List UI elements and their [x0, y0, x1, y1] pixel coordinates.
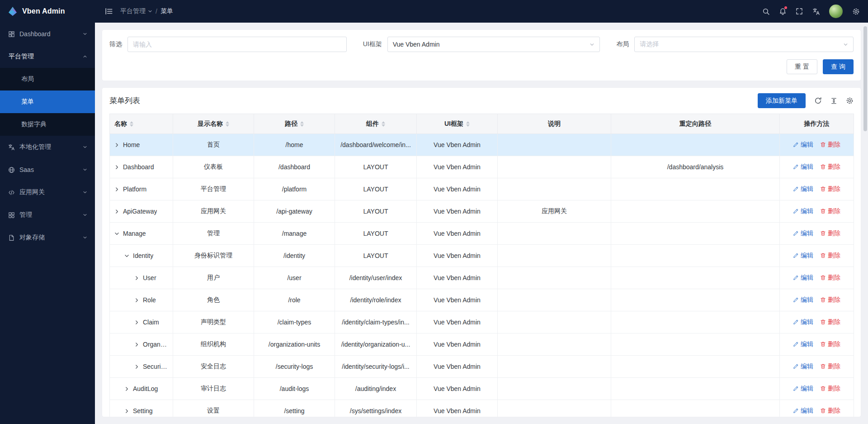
delete-button[interactable]: 删除: [820, 274, 840, 282]
row-expand-icon[interactable]: [114, 187, 119, 192]
edit-button[interactable]: 编辑: [793, 362, 813, 371]
cell-description: [498, 378, 611, 400]
sort-carets-icon[interactable]: [226, 121, 229, 127]
delete-button[interactable]: 删除: [820, 340, 840, 348]
edit-button[interactable]: 编辑: [793, 229, 813, 238]
framework-select[interactable]: Vue Vben Admin: [387, 37, 600, 52]
trash-icon: [820, 142, 826, 148]
delete-button[interactable]: 删除: [820, 207, 840, 215]
table-row-organiz[interactable]: Organiz...组织机构/organization-units/identi…: [110, 333, 854, 356]
column-header-path[interactable]: 路径: [254, 114, 335, 134]
layout-select[interactable]: 请选择: [634, 37, 854, 52]
row-expand-icon[interactable]: [114, 231, 119, 236]
table-row-dashboard[interactable]: Dashboard仪表板/dashboardLAYOUTVue Vben Adm…: [110, 156, 854, 178]
cell-redirect: [611, 134, 780, 156]
sidebar-item-dashboard[interactable]: Dashboard: [0, 23, 95, 45]
sidebar-item-localization[interactable]: 本地化管理: [0, 136, 95, 158]
table-row-auditlog[interactable]: AuditLog审计日志/audit-logs/auditing/indexVu…: [110, 378, 854, 400]
edit-button[interactable]: 编辑: [793, 296, 813, 304]
table-row-setting[interactable]: Setting设置/setting/sys/settings/indexVue …: [110, 400, 854, 417]
edit-button[interactable]: 编辑: [793, 274, 813, 282]
edit-button[interactable]: 编辑: [793, 185, 813, 193]
edit-button[interactable]: 编辑: [793, 318, 813, 326]
edit-button[interactable]: 编辑: [793, 407, 813, 415]
table-row-platform[interactable]: Platform平台管理/platformLAYOUTVue Vben Admi…: [110, 178, 854, 200]
logo[interactable]: Vben Admin: [0, 0, 95, 23]
row-expand-icon[interactable]: [134, 276, 139, 281]
edit-button[interactable]: 编辑: [793, 207, 813, 215]
reset-button[interactable]: 重 置: [787, 59, 817, 74]
scrollbar[interactable]: [863, 26, 867, 131]
row-expand-icon[interactable]: [124, 253, 129, 258]
collapse-sidebar-button[interactable]: [101, 4, 117, 19]
delete-button[interactable]: 删除: [820, 362, 840, 371]
filter-keyword-input[interactable]: [127, 37, 347, 52]
sidebar-subitem-layout[interactable]: 布局: [0, 68, 95, 91]
table-row-security[interactable]: Security...安全日志/security-logs/identity/s…: [110, 356, 854, 378]
sidebar-item-label: 应用网关: [19, 188, 78, 196]
sidebar-subitem-menu[interactable]: 菜单: [0, 91, 95, 113]
table-row-apigateway[interactable]: ApiGateway应用网关/api-gatewayLAYOUTVue Vben…: [110, 200, 854, 223]
delete-button[interactable]: 删除: [820, 141, 840, 149]
search-button[interactable]: [758, 4, 774, 19]
row-expand-icon[interactable]: [124, 386, 129, 391]
row-expand-icon[interactable]: [114, 143, 119, 148]
edit-button[interactable]: 编辑: [793, 252, 813, 260]
sort-carets-icon[interactable]: [300, 121, 304, 127]
edit-button[interactable]: 编辑: [793, 141, 813, 149]
avatar[interactable]: [829, 5, 843, 18]
sort-carets-icon[interactable]: [130, 121, 133, 127]
row-expand-icon[interactable]: [114, 209, 119, 214]
trash-icon: [820, 186, 826, 192]
table-settings-gear-icon[interactable]: [846, 97, 854, 105]
table-row-manage[interactable]: Manage管理/manageLAYOUTVue Vben Admin编辑删除: [110, 223, 854, 245]
add-menu-button[interactable]: 添加新菜单: [758, 93, 806, 108]
delete-button[interactable]: 删除: [820, 318, 840, 326]
fullscreen-button[interactable]: [792, 4, 807, 19]
edit-button[interactable]: 编辑: [793, 340, 813, 348]
table-row-user[interactable]: User用户/user/identity/user/indexVue Vben …: [110, 267, 854, 289]
delete-button[interactable]: 删除: [820, 229, 840, 238]
table-row-role[interactable]: Role角色/role/identity/role/indexVue Vben …: [110, 289, 854, 311]
delete-button[interactable]: 删除: [820, 163, 840, 171]
row-expand-icon[interactable]: [124, 409, 129, 414]
row-expand-icon[interactable]: [114, 165, 119, 170]
column-header-description: 说明: [498, 114, 611, 134]
sort-carets-icon[interactable]: [466, 121, 470, 127]
refresh-icon[interactable]: [814, 97, 822, 105]
delete-button[interactable]: 删除: [820, 407, 840, 415]
cell-actions: 编辑删除: [780, 223, 854, 245]
delete-button[interactable]: 删除: [820, 385, 840, 393]
column-header-name[interactable]: 名称: [110, 114, 173, 134]
settings-button[interactable]: [848, 4, 863, 19]
row-height-icon[interactable]: [830, 97, 837, 105]
column-header-display_name[interactable]: 显示名称: [173, 114, 254, 134]
sidebar-item-platform[interactable]: 平台管理: [0, 45, 95, 68]
sidebar-item-manage[interactable]: 管理: [0, 204, 95, 226]
delete-button[interactable]: 删除: [820, 296, 840, 304]
sidebar-item-storage[interactable]: 对象存储: [0, 226, 95, 249]
sidebar-item-saas[interactable]: Saas: [0, 158, 95, 181]
row-expand-icon[interactable]: [134, 298, 139, 303]
table-row-home[interactable]: Home首页/home/dashboard/welcome/in...Vue V…: [110, 134, 854, 156]
delete-button[interactable]: 删除: [820, 185, 840, 193]
breadcrumb-parent[interactable]: 平台管理: [120, 7, 152, 15]
sidebar-item-label: 本地化管理: [19, 143, 78, 151]
row-expand-icon[interactable]: [134, 320, 139, 325]
column-header-component[interactable]: 组件: [335, 114, 417, 134]
sidebar-item-gateway[interactable]: 应用网关: [0, 181, 95, 204]
row-expand-icon[interactable]: [134, 342, 139, 347]
column-header-framework[interactable]: UI框架: [417, 114, 498, 134]
edit-button[interactable]: 编辑: [793, 163, 813, 171]
search-button[interactable]: 查 询: [823, 59, 854, 74]
notification-button[interactable]: [775, 4, 790, 19]
table-row-identity[interactable]: Identity身份标识管理/identityLAYOUTVue Vben Ad…: [110, 245, 854, 267]
row-expand-icon[interactable]: [134, 364, 139, 369]
language-button[interactable]: [808, 4, 824, 19]
framework-label: UI框架: [363, 40, 382, 48]
sidebar-subitem-dictionary[interactable]: 数据字典: [0, 113, 95, 136]
table-row-claim[interactable]: Claim声明类型/claim-types/identity/claim-typ…: [110, 311, 854, 333]
edit-button[interactable]: 编辑: [793, 385, 813, 393]
delete-button[interactable]: 删除: [820, 252, 840, 260]
sort-carets-icon[interactable]: [382, 121, 385, 127]
